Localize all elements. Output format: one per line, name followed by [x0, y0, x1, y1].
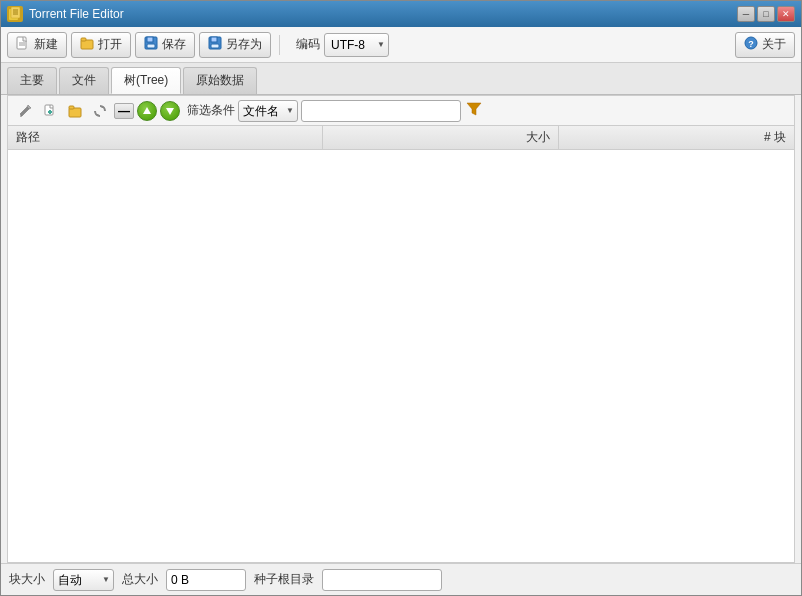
- save-button[interactable]: 保存: [135, 32, 195, 58]
- file-table: 路径 大小 # 块: [8, 126, 794, 150]
- folder-icon-btn[interactable]: [64, 100, 86, 122]
- maximize-button[interactable]: □: [757, 6, 775, 22]
- move-down-button[interactable]: [160, 101, 180, 121]
- open-label: 打开: [98, 36, 122, 53]
- new-file-icon-btn[interactable]: [39, 100, 61, 122]
- save-as-icon: [208, 36, 222, 53]
- tab-tree[interactable]: 树(Tree): [111, 67, 181, 94]
- seed-dir-input[interactable]: [322, 569, 442, 591]
- tab-files[interactable]: 文件: [59, 67, 109, 94]
- close-button[interactable]: ✕: [777, 6, 795, 22]
- title-bar: Torrent File Editor ─ □ ✕: [1, 1, 801, 27]
- svg-rect-23: [69, 106, 74, 109]
- about-label: 关于: [762, 36, 786, 53]
- new-label: 新建: [34, 36, 58, 53]
- col-blocks: # 块: [558, 126, 794, 150]
- app-title: Torrent File Editor: [29, 7, 731, 21]
- open-icon: [80, 36, 94, 53]
- svg-rect-12: [147, 44, 155, 48]
- new-icon: [16, 36, 30, 53]
- col-size: 大小: [322, 126, 558, 150]
- open-button[interactable]: 打开: [71, 32, 131, 58]
- save-as-button[interactable]: 另存为: [199, 32, 271, 58]
- main-toolbar: 新建 打开 保存: [1, 27, 801, 63]
- refresh-icon-btn[interactable]: [89, 100, 111, 122]
- svg-rect-11: [147, 37, 153, 42]
- block-size-label: 块大小: [9, 571, 45, 588]
- filter-label: 筛选条件: [187, 102, 235, 119]
- minimize-button[interactable]: ─: [737, 6, 755, 22]
- svg-text:?: ?: [748, 39, 754, 49]
- filter-select-wrapper: 文件名 路径 大小 ▼: [238, 100, 298, 122]
- edit-icon-btn[interactable]: [14, 100, 36, 122]
- svg-rect-14: [211, 37, 217, 42]
- about-button[interactable]: ? 关于: [735, 32, 795, 58]
- encoding-select[interactable]: UTF-8 GBK Latin-1: [324, 33, 389, 57]
- new-button[interactable]: 新建: [7, 32, 67, 58]
- save-as-label: 另存为: [226, 36, 262, 53]
- svg-marker-26: [467, 103, 481, 115]
- filter-type-select[interactable]: 文件名 路径 大小: [238, 100, 298, 122]
- move-up-button[interactable]: [137, 101, 157, 121]
- toolbar-sep1: [279, 35, 280, 55]
- encoding-label: 编码: [296, 36, 320, 53]
- main-window: Torrent File Editor ─ □ ✕ 新建: [0, 0, 802, 596]
- encoding-wrapper: UTF-8 GBK Latin-1 ▼: [324, 33, 389, 57]
- tab-main[interactable]: 主要: [7, 67, 57, 94]
- about-icon: ?: [744, 36, 758, 53]
- total-size-input[interactable]: [166, 569, 246, 591]
- save-label: 保存: [162, 36, 186, 53]
- filter-input[interactable]: [301, 100, 461, 122]
- filter-funnel-icon: [466, 101, 482, 120]
- svg-rect-9: [81, 38, 86, 41]
- block-size-select-wrapper: 自动 256KB 512KB 1MB ▼: [53, 569, 114, 591]
- svg-marker-24: [143, 107, 151, 114]
- content-area: — 筛选条件 文件名 路径 大小 ▼: [7, 95, 795, 563]
- file-table-container: 路径 大小 # 块: [8, 126, 794, 562]
- svg-rect-15: [211, 44, 219, 48]
- tab-bar: 主要 文件 树(Tree) 原始数据: [1, 63, 801, 95]
- status-bar: 块大小 自动 256KB 512KB 1MB ▼ 总大小 种子根目录: [1, 563, 801, 595]
- save-icon: [144, 36, 158, 53]
- sub-toolbar: — 筛选条件 文件名 路径 大小 ▼: [8, 96, 794, 126]
- minus-button[interactable]: —: [114, 103, 134, 119]
- window-controls: ─ □ ✕: [737, 6, 795, 22]
- total-size-label: 总大小: [122, 571, 158, 588]
- col-path: 路径: [8, 126, 322, 150]
- tab-raw[interactable]: 原始数据: [183, 67, 257, 94]
- svg-marker-25: [166, 108, 174, 115]
- block-size-select[interactable]: 自动 256KB 512KB 1MB: [53, 569, 114, 591]
- seed-dir-label: 种子根目录: [254, 571, 314, 588]
- app-icon: [7, 6, 23, 22]
